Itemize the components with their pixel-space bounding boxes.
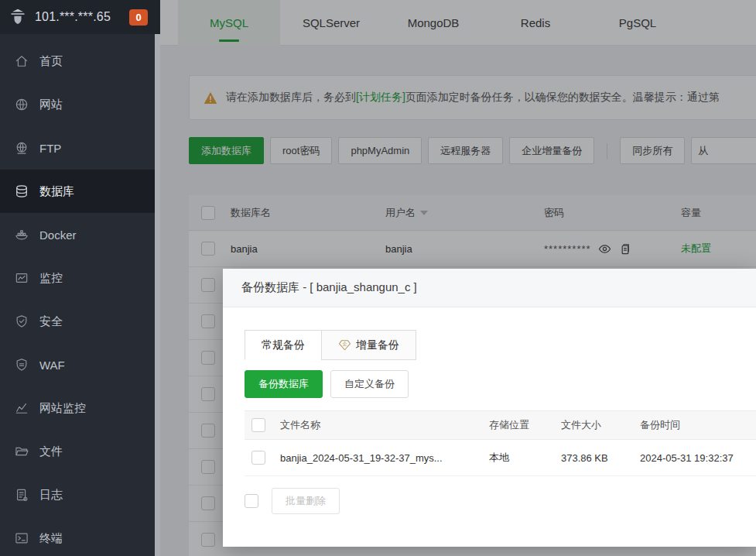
database-icon bbox=[14, 184, 29, 199]
sidebar-item-label: 文件 bbox=[39, 444, 63, 459]
chart-icon bbox=[14, 400, 29, 416]
footer-checkbox[interactable] bbox=[245, 494, 258, 508]
sidebar-item-home[interactable]: 首页 bbox=[0, 39, 160, 83]
backup-time: 2024-05-31 19:32:37 bbox=[640, 452, 756, 464]
sidebar-item-label: 网站 bbox=[39, 98, 63, 112]
tab-incremental-backup[interactable]: 企 增量备份 bbox=[321, 330, 416, 360]
sidebar-item-label: 首页 bbox=[39, 54, 63, 69]
sidebar-scrollbar[interactable] bbox=[155, 34, 160, 556]
docker-icon bbox=[14, 227, 29, 242]
sidebar: 101.***.***.65 0 首页 网站 FTP 数据库 Docker 监控 bbox=[0, 0, 160, 556]
backup-database-button[interactable]: 备份数据库 bbox=[245, 370, 323, 398]
sidebar-item-label: FTP bbox=[39, 142, 61, 155]
sidebar-nav: 首页 网站 FTP 数据库 Docker 监控 安全 WAF bbox=[0, 34, 160, 556]
sidebar-item-waf[interactable]: WAF bbox=[0, 343, 160, 386]
sidebar-item-docker[interactable]: Docker bbox=[0, 213, 160, 256]
sidebar-header: 101.***.***.65 0 bbox=[0, 0, 160, 34]
sidebar-item-label: 安全 bbox=[39, 314, 63, 329]
batch-delete-button[interactable]: 批量删除 bbox=[272, 488, 340, 514]
sidebar-item-label: Docker bbox=[39, 228, 77, 242]
col-time: 备份时间 bbox=[640, 418, 756, 432]
sidebar-item-label: 终端 bbox=[39, 531, 63, 546]
shield-icon bbox=[14, 357, 29, 372]
modal-select-all-checkbox[interactable] bbox=[251, 418, 265, 432]
sidebar-item-terminal[interactable]: 终端 bbox=[0, 517, 160, 556]
globe-alt-icon bbox=[14, 140, 29, 156]
folder-icon bbox=[14, 444, 29, 459]
sidebar-item-label: 数据库 bbox=[39, 184, 74, 199]
backup-database-modal: 备份数据库 - [ banjia_shangun_c ] 常规备份 企 增量备份… bbox=[223, 269, 756, 547]
tab-regular-label: 常规备份 bbox=[262, 338, 305, 352]
gem-icon: 企 bbox=[338, 338, 351, 352]
sidebar-item-ftp[interactable]: FTP bbox=[0, 126, 160, 170]
notification-badge[interactable]: 0 bbox=[129, 9, 148, 26]
backup-size: 373.86 KB bbox=[561, 452, 640, 464]
sidebar-item-label: 日志 bbox=[39, 488, 63, 503]
panel-logo-icon bbox=[8, 7, 28, 27]
svg-text:企: 企 bbox=[342, 341, 347, 346]
modal-body: 常规备份 企 增量备份 备份数据库 自定义备份 文件名称 存储位置 文件大小 备… bbox=[223, 330, 756, 514]
sidebar-item-security[interactable]: 安全 bbox=[0, 300, 160, 343]
backup-location: 本地 bbox=[489, 451, 561, 465]
sidebar-item-logs[interactable]: 日志 bbox=[0, 473, 160, 517]
sidebar-item-database[interactable]: 数据库 bbox=[0, 170, 160, 213]
home-icon bbox=[14, 53, 29, 69]
custom-backup-button[interactable]: 自定义备份 bbox=[330, 370, 409, 398]
backup-files-table: 文件名称 存储位置 文件大小 备份时间 banjia_2024-05-31_19… bbox=[245, 410, 756, 476]
tab-incremental-label: 增量备份 bbox=[356, 338, 399, 352]
sidebar-item-files[interactable]: 文件 bbox=[0, 430, 160, 473]
globe-icon bbox=[14, 97, 29, 112]
sidebar-item-label: 监控 bbox=[39, 271, 63, 286]
backup-file-row: banjia_2024-05-31_19-32-37_mys... 本地 373… bbox=[245, 440, 756, 476]
sidebar-item-site-monitor[interactable]: 网站监控 bbox=[0, 386, 160, 430]
col-size: 文件大小 bbox=[561, 418, 640, 432]
monitor-icon bbox=[14, 270, 29, 286]
server-ip: 101.***.***.65 bbox=[35, 10, 111, 24]
shield-check-icon bbox=[14, 314, 29, 329]
backup-table-header: 文件名称 存储位置 文件大小 备份时间 bbox=[245, 410, 756, 440]
modal-title: 备份数据库 - [ banjia_shangun_c ] bbox=[241, 280, 417, 295]
sidebar-item-label: WAF bbox=[39, 359, 65, 372]
col-filename: 文件名称 bbox=[280, 418, 489, 432]
sidebar-item-monitor[interactable]: 监控 bbox=[0, 256, 160, 300]
tab-regular-backup[interactable]: 常规备份 bbox=[245, 330, 322, 360]
backup-mode-tabs: 常规备份 企 增量备份 bbox=[245, 330, 756, 360]
modal-buttons: 备份数据库 自定义备份 bbox=[245, 370, 756, 398]
terminal-icon bbox=[14, 530, 29, 546]
modal-header: 备份数据库 - [ banjia_shangun_c ] bbox=[223, 269, 756, 307]
sidebar-item-website[interactable]: 网站 bbox=[0, 83, 160, 126]
col-location: 存储位置 bbox=[489, 418, 561, 432]
backup-filename: banjia_2024-05-31_19-32-37_mys... bbox=[280, 452, 489, 464]
sidebar-item-label: 网站监控 bbox=[39, 401, 86, 416]
log-icon bbox=[14, 487, 29, 503]
modal-footer: 批量删除 bbox=[245, 488, 756, 514]
backup-row-checkbox[interactable] bbox=[251, 451, 265, 465]
